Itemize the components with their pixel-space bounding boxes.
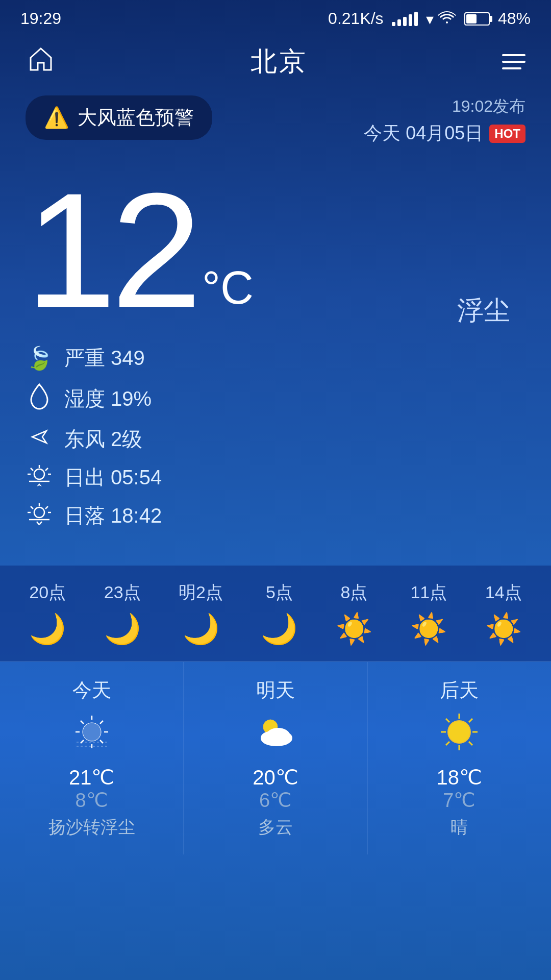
svg-point-14 xyxy=(83,723,101,741)
forecast-tomorrow-icon xyxy=(194,712,357,761)
svg-line-20 xyxy=(100,740,103,743)
forecast-tomorrow: 明天 20℃ 6℃ 多云 xyxy=(184,662,367,854)
hourly-forecast: 20点 🌙 23点 🌙 明2点 🌙 5点 🌙 8点 ☀️ 11点 ☀️ 14点 … xyxy=(0,566,551,662)
forecast-day-after-icon xyxy=(378,712,541,761)
moon-icon-0: 🌙 xyxy=(29,611,66,646)
three-day-forecast: 今天 21℃ 8℃ 扬沙转浮尘 明天 xyxy=(0,662,551,854)
signal-icon xyxy=(392,12,418,26)
hour-label-3: 5点 xyxy=(266,581,293,604)
hour-label-0: 20点 xyxy=(29,581,66,604)
forecast-today-desc: 扬沙转浮尘 xyxy=(10,816,173,839)
svg-point-29 xyxy=(262,734,291,746)
air-quality-text: 严重 349 xyxy=(64,344,145,372)
humidity-text: 湿度 19% xyxy=(64,385,152,413)
svg-line-21 xyxy=(100,721,103,724)
hour-label-5: 11点 xyxy=(410,581,447,604)
svg-line-36 xyxy=(469,742,472,745)
svg-line-37 xyxy=(469,719,472,722)
svg-line-2 xyxy=(31,468,33,471)
status-time: 19:29 xyxy=(20,9,61,28)
sun-times-group: 日出 05:54 日落 18:42 xyxy=(26,463,525,530)
forecast-day-after-desc: 晴 xyxy=(378,816,541,839)
network-speed: 0.21K/s xyxy=(328,9,384,28)
temperature-section: 12°C 浮尘 xyxy=(0,156,551,334)
status-icons: 0.21K/s ▾ 48% xyxy=(328,9,531,28)
svg-line-22 xyxy=(81,740,84,743)
warning-icon: ⚠️ xyxy=(44,106,69,130)
forecast-tomorrow-label: 明天 xyxy=(194,677,357,703)
hour-item-6: 14点 ☀️ xyxy=(485,581,522,646)
sunset-icon xyxy=(26,502,53,530)
svg-line-9 xyxy=(31,506,33,509)
air-quality-icon: 🍃 xyxy=(26,345,53,372)
city-label: 北京 xyxy=(251,44,308,80)
sun-icon-6: ☀️ xyxy=(485,611,522,646)
forecast-today-label: 今天 xyxy=(10,677,173,703)
humidity-row: 湿度 19% xyxy=(26,382,525,415)
wind-icon xyxy=(26,426,53,453)
svg-line-10 xyxy=(45,506,48,509)
home-button[interactable] xyxy=(26,43,56,80)
alert-badge[interactable]: ⚠️ 大风蓝色预警 xyxy=(26,95,212,140)
moon-icon-3: 🌙 xyxy=(261,611,297,646)
forecast-day-after-high: 18℃ xyxy=(378,766,541,789)
hour-label-2: 明2点 xyxy=(179,581,223,604)
svg-line-3 xyxy=(45,468,48,471)
sunrise-row: 日出 05:54 xyxy=(26,463,525,492)
battery-percent: 48% xyxy=(498,9,531,28)
forecast-day-after-low: 7℃ xyxy=(378,789,541,812)
hot-badge: HOT xyxy=(489,125,525,143)
hour-label-4: 8点 xyxy=(340,581,367,604)
alert-date-row: 今天 04月05日 HOT xyxy=(364,121,525,146)
alert-publish-time: 19:02发布 xyxy=(364,95,525,118)
wifi-icon: ▾ xyxy=(426,9,456,28)
moon-icon-1: 🌙 xyxy=(104,611,141,646)
sun-icon-5: ☀️ xyxy=(410,611,447,646)
svg-line-35 xyxy=(446,719,449,722)
alert-area: ⚠️ 大风蓝色预警 19:02发布 今天 04月05日 HOT xyxy=(0,90,551,156)
sun-icon-4: ☀️ xyxy=(336,611,372,646)
alert-time-area: 19:02发布 今天 04月05日 HOT xyxy=(364,95,525,146)
hour-item-5: 11点 ☀️ xyxy=(410,581,447,646)
hour-label-1: 23点 xyxy=(104,581,141,604)
svg-line-19 xyxy=(81,721,84,724)
hour-item-4: 8点 ☀️ xyxy=(336,581,372,646)
sunrise-text: 日出 05:54 xyxy=(64,463,162,492)
weather-description: 浮尘 xyxy=(457,293,510,329)
forecast-today: 今天 21℃ 8℃ 扬沙转浮尘 xyxy=(0,662,184,854)
svg-point-30 xyxy=(448,721,470,743)
moon-icon-2: 🌙 xyxy=(183,611,219,646)
hour-item-1: 23点 🌙 xyxy=(104,581,141,646)
alert-date: 今天 04月05日 xyxy=(364,121,483,146)
hour-item-0: 20点 🌙 xyxy=(29,581,66,646)
hour-item-2: 明2点 🌙 xyxy=(179,581,223,646)
air-quality-row: 🍃 严重 349 xyxy=(26,344,525,372)
status-bar: 19:29 0.21K/s ▾ 48% xyxy=(0,0,551,33)
battery-icon xyxy=(464,12,490,26)
svg-line-38 xyxy=(446,742,449,745)
hour-item-3: 5点 🌙 xyxy=(261,581,297,646)
sunset-row: 日落 18:42 xyxy=(26,502,525,530)
hour-label-6: 14点 xyxy=(485,581,522,604)
forecast-day-after: 后天 18℃ 7℃ 晴 xyxy=(368,662,551,854)
svg-point-0 xyxy=(34,469,44,479)
forecast-tomorrow-desc: 多云 xyxy=(194,816,357,839)
svg-point-7 xyxy=(34,507,44,518)
wind-text: 东风 2级 xyxy=(64,425,142,453)
humidity-icon xyxy=(26,382,53,415)
alert-text: 大风蓝色预警 xyxy=(78,105,194,131)
wind-row: 东风 2级 xyxy=(26,425,525,453)
nav-bar: 北京 xyxy=(0,33,551,90)
menu-button[interactable] xyxy=(502,54,525,69)
temperature-unit: °C xyxy=(202,262,254,313)
sunrise-icon xyxy=(26,464,53,492)
temperature-value: 12 xyxy=(26,177,197,324)
sunset-text: 日落 18:42 xyxy=(64,502,162,530)
forecast-tomorrow-low: 6℃ xyxy=(194,789,357,812)
forecast-today-low: 8℃ xyxy=(10,789,173,812)
forecast-today-icon xyxy=(10,712,173,761)
weather-details: 🍃 严重 349 湿度 19% 东风 2级 xyxy=(0,334,551,555)
forecast-day-after-label: 后天 xyxy=(378,677,541,703)
forecast-tomorrow-high: 20℃ xyxy=(194,766,357,789)
forecast-today-high: 21℃ xyxy=(10,766,173,789)
